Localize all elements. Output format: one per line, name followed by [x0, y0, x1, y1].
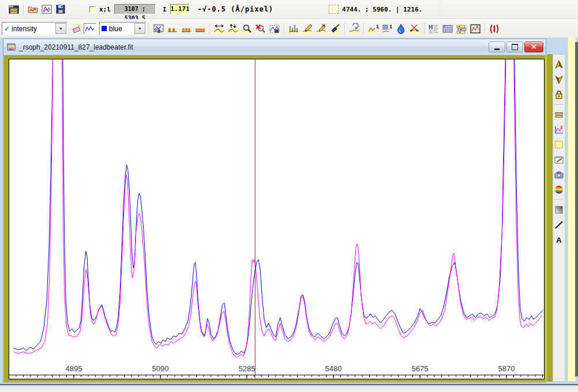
background-window-strip: [568, 37, 576, 381]
pick-line-icon[interactable]: [287, 22, 301, 36]
svg-text:1: 1: [376, 24, 379, 29]
zoom-selection-icon[interactable]: [268, 22, 282, 36]
toolbar-separator: [209, 23, 210, 35]
toolbar-main: ✓intensity ▼ blue ▼: [0, 19, 578, 38]
check-icon: ✓: [4, 25, 10, 33]
preview-profile-icon[interactable]: [84, 23, 96, 35]
svg-text:5480: 5480: [325, 364, 342, 373]
element-lines-icon[interactable]: H: [427, 22, 441, 36]
intensity-label: I: [163, 6, 167, 13]
dispersion-readout: -√-0.5 (Å/pixel): [198, 5, 274, 13]
zoom-in-icon[interactable]: [240, 22, 254, 36]
add-text-icon[interactable]: A: [553, 233, 565, 246]
color-select[interactable]: blue ▼: [99, 22, 147, 35]
equal-scale-icon[interactable]: [553, 108, 565, 121]
svg-text:4895: 4895: [66, 364, 82, 373]
open-profile-icon[interactable]: [26, 2, 40, 16]
mode-select-value: intensity: [12, 25, 37, 33]
toolbar-separator: [23, 3, 24, 15]
pan-up-icon[interactable]: [553, 58, 565, 71]
range-readout: 4744. ; 5960. | 1216.: [342, 6, 422, 13]
heliocentric-correction-icon[interactable]: [487, 22, 501, 36]
svg-text:1: 1: [389, 24, 392, 29]
toolbar-separator: [424, 23, 425, 35]
toolbar-separator: [284, 23, 284, 35]
mdi-workspace: _rsoph_20210911_827_leadbeater.fit ✕ 489…: [0, 37, 578, 386]
window-bottom-edge: [0, 384, 578, 385]
clean-profile-icon[interactable]: [328, 22, 342, 36]
screen-edge: [575, 42, 578, 376]
close-icon: ✕: [531, 43, 536, 51]
intensity-readout: 1.171: [170, 4, 190, 14]
overlay-compare-icon[interactable]: [152, 22, 166, 36]
display-profile-icon[interactable]: [40, 2, 54, 16]
toolbar-separator: [363, 23, 364, 35]
gradient-fill-icon[interactable]: [553, 203, 565, 216]
svg-text:5675: 5675: [412, 364, 429, 373]
periodic-table-icon[interactable]: [441, 22, 455, 36]
color-palette-icon[interactable]: [553, 183, 565, 196]
crop-profile-icon[interactable]: [408, 22, 422, 36]
toolbar-separator: [149, 23, 149, 35]
snapshot-camera-icon[interactable]: [553, 168, 565, 181]
color-select-value: blue: [109, 25, 122, 33]
coord-checkbox-label: x;l: [99, 6, 111, 13]
window-title-bar[interactable]: _rsoph_20210911_827_leadbeater.fit ✕: [3, 39, 546, 55]
document-window[interactable]: _rsoph_20210911_827_leadbeater.fit ✕ 489…: [3, 39, 546, 383]
select-region-icon[interactable]: [553, 138, 565, 151]
close-button[interactable]: ✕: [524, 42, 543, 52]
maximize-button[interactable]: [506, 42, 523, 52]
undo-transform-icon[interactable]: [347, 22, 361, 36]
svg-text:H: H: [429, 24, 433, 31]
pan-down-icon[interactable]: [553, 73, 565, 86]
spectrum-chart[interactable]: 489550905285548056755870: [9, 59, 545, 379]
svg-text:5870: 5870: [498, 364, 515, 373]
range-selection-box[interactable]: [329, 5, 339, 14]
frame-profile-icon[interactable]: [468, 22, 482, 36]
reference-lines-icon[interactable]: 1: [380, 22, 394, 36]
normalize-to-1-icon[interactable]: 1: [366, 22, 380, 36]
profile-stack-icon[interactable]: [7, 2, 21, 16]
expand-y-icon[interactable]: [226, 22, 240, 36]
status-bar: [0, 386, 578, 392]
spectrum-plot-area[interactable]: 489550905285548056755870: [9, 59, 545, 379]
draw-point-icon[interactable]: [301, 22, 314, 36]
toolbar-top: x;l 3107 ; 5303.5 I 1.171 -√-0.5 (Å/pixe…: [0, 0, 578, 19]
draw-line-icon[interactable]: [553, 218, 565, 231]
toolbar-separator: [554, 199, 564, 200]
svg-text:5285: 5285: [239, 364, 256, 373]
color-swatch: [102, 26, 107, 31]
water-vapor-icon[interactable]: [394, 22, 408, 36]
expand-x-icon[interactable]: [212, 22, 226, 36]
line-database-icon[interactable]: [455, 22, 468, 36]
svg-text:5090: 5090: [152, 364, 169, 373]
erase-marks-icon[interactable]: [70, 22, 84, 36]
zoom-reset-icon[interactable]: [254, 22, 268, 36]
delete-point-icon[interactable]: [314, 22, 328, 36]
maximize-icon: [512, 44, 518, 50]
toolbar-separator: [485, 23, 485, 35]
display-mode-2-icon[interactable]: [179, 22, 193, 36]
right-toolbar: c A: [553, 54, 565, 382]
display-mode-1-icon[interactable]: [166, 22, 179, 36]
display-mode-3-icon[interactable]: [193, 22, 207, 36]
minimize-button[interactable]: [489, 42, 505, 52]
svg-text:c: c: [561, 125, 563, 129]
coord-readout: 3107 ; 5303.5: [114, 4, 156, 14]
toolbar-separator: [344, 23, 345, 35]
minimize-icon: [494, 48, 500, 50]
coord-checkbox[interactable]: [89, 6, 96, 13]
lock-scale-icon[interactable]: [553, 88, 565, 101]
toolbar-separator: [554, 104, 564, 105]
replot-curve-icon[interactable]: c: [553, 123, 565, 136]
chevron-down-icon[interactable]: ▼: [134, 23, 145, 34]
mode-select[interactable]: ✓intensity ▼: [2, 22, 67, 35]
save-profile-icon[interactable]: [54, 2, 67, 16]
chevron-down-icon[interactable]: ▼: [55, 23, 66, 34]
document-icon: [7, 43, 16, 51]
annotate-pen-icon[interactable]: [553, 153, 565, 166]
text-tool-glyph: A: [556, 236, 561, 244]
window-title: _rsoph_20210911_827_leadbeater.fit: [19, 43, 487, 51]
